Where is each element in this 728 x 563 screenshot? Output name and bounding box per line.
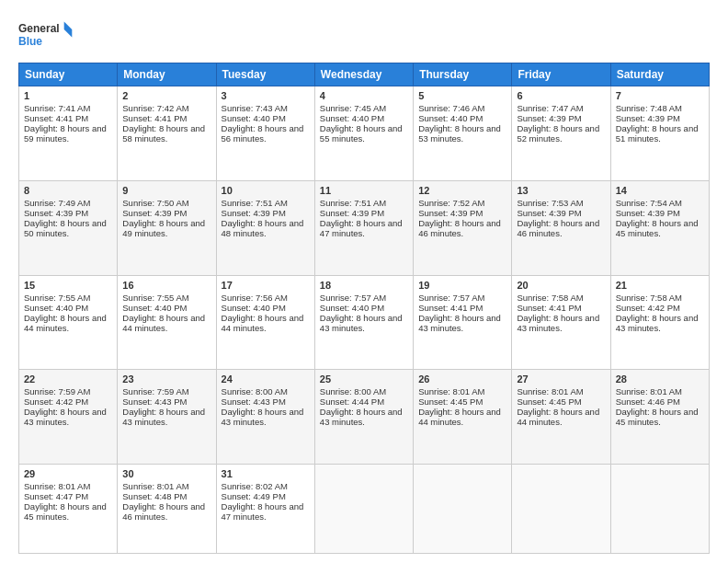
sunrise-label: Sunrise: 7:50 AM: [122, 198, 188, 208]
day-number: 30: [122, 468, 210, 479]
sunset-label: Sunset: 4:39 PM: [517, 208, 581, 218]
daylight-label: Daylight: 8 hours and 44 minutes.: [122, 313, 205, 333]
sunset-label: Sunset: 4:41 PM: [24, 113, 88, 123]
sunrise-label: Sunrise: 8:02 AM: [222, 481, 288, 491]
daylight-label: Daylight: 8 hours and 59 minutes.: [24, 123, 107, 144]
col-header-friday: Friday: [512, 63, 610, 86]
sunset-label: Sunset: 4:39 PM: [616, 208, 680, 218]
daylight-label: Daylight: 8 hours and 44 minutes.: [222, 313, 304, 333]
sunset-label: Sunset: 4:43 PM: [222, 396, 286, 407]
daylight-label: Daylight: 8 hours and 45 minutes.: [24, 501, 107, 522]
day-number: 9: [122, 185, 210, 196]
sunrise-label: Sunrise: 7:58 AM: [616, 293, 682, 303]
daylight-label: Daylight: 8 hours and 45 minutes.: [616, 218, 699, 238]
sunset-label: Sunset: 4:41 PM: [517, 303, 581, 313]
daylight-label: Daylight: 8 hours and 43 minutes.: [418, 313, 501, 333]
sunset-label: Sunset: 4:40 PM: [122, 303, 187, 313]
sunset-label: Sunset: 4:42 PM: [616, 303, 680, 313]
daylight-label: Daylight: 8 hours and 50 minutes.: [24, 218, 107, 238]
day-number: 2: [122, 90, 210, 101]
sunset-label: Sunset: 4:46 PM: [616, 396, 680, 407]
sunrise-label: Sunrise: 8:01 AM: [616, 386, 682, 396]
sunset-label: Sunset: 4:40 PM: [418, 113, 483, 123]
calendar-cell: [314, 465, 413, 554]
sunset-label: Sunset: 4:41 PM: [418, 303, 483, 313]
daylight-label: Daylight: 8 hours and 49 minutes.: [122, 218, 205, 238]
day-number: 6: [517, 90, 605, 101]
sunrise-label: Sunrise: 7:42 AM: [122, 103, 188, 113]
calendar-cell: 21Sunrise: 7:58 AMSunset: 4:42 PMDayligh…: [610, 275, 709, 370]
daylight-label: Daylight: 8 hours and 55 minutes.: [320, 123, 403, 144]
sunrise-label: Sunrise: 8:01 AM: [24, 481, 90, 491]
daylight-label: Daylight: 8 hours and 43 minutes.: [24, 407, 107, 427]
daylight-label: Daylight: 8 hours and 43 minutes.: [122, 407, 205, 427]
day-number: 3: [222, 90, 310, 101]
day-number: 28: [616, 373, 704, 385]
calendar-cell: 2Sunrise: 7:42 AMSunset: 4:41 PMDaylight…: [118, 86, 216, 181]
day-number: 21: [616, 280, 704, 291]
sunset-label: Sunset: 4:39 PM: [122, 208, 187, 218]
sunrise-label: Sunrise: 7:55 AM: [24, 293, 90, 303]
sunrise-label: Sunrise: 7:46 AM: [418, 103, 484, 113]
calendar-cell: 29Sunrise: 8:01 AMSunset: 4:47 PMDayligh…: [19, 465, 118, 554]
daylight-label: Daylight: 8 hours and 44 minutes.: [418, 407, 501, 427]
calendar-cell: 14Sunrise: 7:54 AMSunset: 4:39 PMDayligh…: [610, 180, 709, 275]
sunset-label: Sunset: 4:39 PM: [320, 208, 384, 218]
calendar-cell: [610, 465, 709, 554]
svg-text:General: General: [18, 22, 60, 35]
sunset-label: Sunset: 4:44 PM: [320, 396, 384, 407]
daylight-label: Daylight: 8 hours and 51 minutes.: [616, 123, 699, 144]
sunrise-label: Sunrise: 8:00 AM: [320, 386, 386, 396]
sunrise-label: Sunrise: 7:51 AM: [320, 198, 386, 208]
day-number: 16: [122, 280, 210, 291]
sunset-label: Sunset: 4:41 PM: [122, 113, 187, 123]
day-number: 7: [616, 90, 704, 101]
calendar-cell: 16Sunrise: 7:55 AMSunset: 4:40 PMDayligh…: [118, 275, 216, 370]
calendar-cell: [414, 465, 512, 554]
sunset-label: Sunset: 4:40 PM: [222, 303, 286, 313]
sunset-label: Sunset: 4:42 PM: [24, 396, 88, 407]
sunset-label: Sunset: 4:40 PM: [24, 303, 88, 313]
sunset-label: Sunset: 4:40 PM: [320, 303, 384, 313]
calendar-cell: 10Sunrise: 7:51 AMSunset: 4:39 PMDayligh…: [216, 180, 314, 275]
sunset-label: Sunset: 4:39 PM: [418, 208, 483, 218]
calendar-table: SundayMondayTuesdayWednesdayThursdayFrid…: [18, 63, 710, 554]
day-number: 19: [418, 280, 506, 291]
day-number: 29: [24, 468, 112, 479]
daylight-label: Daylight: 8 hours and 45 minutes.: [616, 407, 699, 427]
daylight-label: Daylight: 8 hours and 43 minutes.: [320, 313, 403, 333]
logo: General Blue: [18, 17, 74, 53]
calendar-cell: 23Sunrise: 7:59 AMSunset: 4:43 PMDayligh…: [118, 370, 216, 465]
col-header-thursday: Thursday: [414, 63, 512, 86]
calendar-cell: 5Sunrise: 7:46 AMSunset: 4:40 PMDaylight…: [414, 86, 512, 181]
svg-marker-3: [64, 29, 73, 38]
calendar-cell: 31Sunrise: 8:02 AMSunset: 4:49 PMDayligh…: [216, 465, 314, 554]
calendar-cell: 19Sunrise: 7:57 AMSunset: 4:41 PMDayligh…: [414, 275, 512, 370]
day-number: 27: [517, 373, 605, 385]
sunset-label: Sunset: 4:43 PM: [122, 396, 187, 407]
col-header-wednesday: Wednesday: [314, 63, 413, 86]
sunrise-label: Sunrise: 7:51 AM: [222, 198, 288, 208]
day-number: 4: [320, 90, 408, 101]
calendar-cell: 22Sunrise: 7:59 AMSunset: 4:42 PMDayligh…: [19, 370, 118, 465]
calendar-cell: 18Sunrise: 7:57 AMSunset: 4:40 PMDayligh…: [314, 275, 413, 370]
sunset-label: Sunset: 4:45 PM: [418, 396, 483, 407]
day-number: 11: [320, 185, 408, 196]
calendar-cell: 13Sunrise: 7:53 AMSunset: 4:39 PMDayligh…: [512, 180, 610, 275]
day-number: 23: [122, 373, 210, 385]
sunset-label: Sunset: 4:49 PM: [222, 491, 286, 501]
day-number: 1: [24, 90, 112, 101]
calendar-cell: 6Sunrise: 7:47 AMSunset: 4:39 PMDaylight…: [512, 86, 610, 181]
sunset-label: Sunset: 4:39 PM: [222, 208, 286, 218]
calendar-cell: 12Sunrise: 7:52 AMSunset: 4:39 PMDayligh…: [414, 180, 512, 275]
sunrise-label: Sunrise: 7:48 AM: [616, 103, 682, 113]
sunset-label: Sunset: 4:45 PM: [517, 396, 581, 407]
sunrise-label: Sunrise: 7:54 AM: [616, 198, 682, 208]
sunrise-label: Sunrise: 7:59 AM: [122, 386, 188, 396]
sunrise-label: Sunrise: 7:49 AM: [24, 198, 90, 208]
sunset-label: Sunset: 4:40 PM: [320, 113, 384, 123]
day-number: 18: [320, 280, 408, 291]
sunrise-label: Sunrise: 8:01 AM: [517, 386, 583, 396]
daylight-label: Daylight: 8 hours and 44 minutes.: [24, 313, 107, 333]
calendar-cell: [512, 465, 610, 554]
